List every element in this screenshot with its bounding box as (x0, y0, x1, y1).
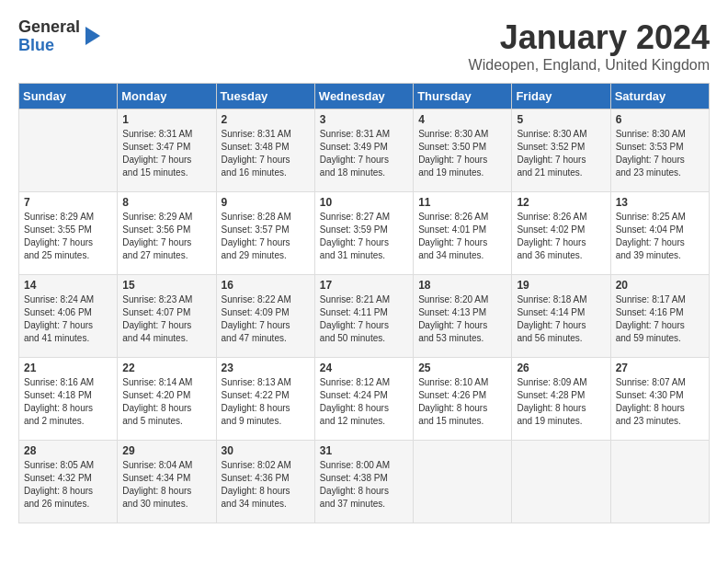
day-number: 18 (418, 279, 506, 292)
calendar-cell: 14Sunrise: 8:24 AM Sunset: 4:06 PM Dayli… (19, 275, 118, 358)
day-info: Sunrise: 8:30 AM Sunset: 3:53 PM Dayligh… (616, 128, 704, 179)
calendar-cell: 9Sunrise: 8:28 AM Sunset: 3:57 PM Daylig… (216, 192, 314, 275)
day-info: Sunrise: 8:05 AM Sunset: 4:32 PM Dayligh… (24, 459, 112, 511)
calendar-cell: 20Sunrise: 8:17 AM Sunset: 4:16 PM Dayli… (610, 275, 709, 358)
calendar-cell: 23Sunrise: 8:13 AM Sunset: 4:22 PM Dayli… (216, 358, 314, 441)
day-number: 19 (517, 279, 605, 292)
calendar-cell: 26Sunrise: 8:09 AM Sunset: 4:28 PM Dayli… (512, 358, 610, 441)
day-number: 14 (24, 279, 112, 292)
calendar-cell: 22Sunrise: 8:14 AM Sunset: 4:20 PM Dayli… (118, 358, 216, 441)
day-number: 2 (222, 113, 310, 126)
calendar-cell: 17Sunrise: 8:21 AM Sunset: 4:11 PM Dayli… (314, 275, 413, 358)
calendar-cell (610, 441, 709, 523)
calendar-cell: 13Sunrise: 8:25 AM Sunset: 4:04 PM Dayli… (610, 192, 709, 275)
day-info: Sunrise: 8:23 AM Sunset: 4:07 PM Dayligh… (122, 293, 210, 345)
calendar-body: 1Sunrise: 8:31 AM Sunset: 3:47 PM Daylig… (19, 109, 710, 523)
day-header-tuesday: Tuesday (216, 84, 314, 109)
day-number: 21 (24, 362, 112, 374)
calendar-cell: 18Sunrise: 8:20 AM Sunset: 4:13 PM Dayli… (414, 275, 512, 358)
day-number: 1 (122, 113, 210, 126)
day-number: 11 (418, 196, 506, 209)
calendar-cell: 30Sunrise: 8:02 AM Sunset: 4:36 PM Dayli… (216, 441, 314, 523)
day-number: 5 (517, 113, 605, 126)
location-text: Wideopen, England, United Kingdom (469, 57, 710, 74)
day-info: Sunrise: 8:31 AM Sunset: 3:49 PM Dayligh… (320, 128, 408, 179)
day-info: Sunrise: 8:29 AM Sunset: 3:55 PM Dayligh… (24, 211, 112, 262)
day-info: Sunrise: 8:26 AM Sunset: 4:02 PM Dayligh… (517, 211, 605, 262)
day-info: Sunrise: 8:25 AM Sunset: 4:04 PM Dayligh… (616, 211, 704, 262)
calendar-week-2: 7Sunrise: 8:29 AM Sunset: 3:55 PM Daylig… (19, 192, 710, 275)
day-number: 30 (222, 444, 310, 457)
day-info: Sunrise: 8:04 AM Sunset: 4:34 PM Dayligh… (122, 459, 210, 511)
day-header-wednesday: Wednesday (314, 84, 413, 109)
day-header-monday: Monday (118, 84, 216, 109)
day-info: Sunrise: 8:30 AM Sunset: 3:52 PM Dayligh… (517, 128, 605, 179)
calendar-cell: 21Sunrise: 8:16 AM Sunset: 4:18 PM Dayli… (19, 358, 118, 441)
day-number: 27 (616, 362, 704, 374)
day-info: Sunrise: 8:16 AM Sunset: 4:18 PM Dayligh… (24, 376, 112, 428)
day-number: 22 (122, 362, 210, 374)
calendar-cell: 29Sunrise: 8:04 AM Sunset: 4:34 PM Dayli… (118, 441, 216, 523)
calendar-cell: 8Sunrise: 8:29 AM Sunset: 3:56 PM Daylig… (118, 192, 216, 275)
calendar-week-5: 28Sunrise: 8:05 AM Sunset: 4:32 PM Dayli… (19, 441, 710, 523)
title-block: January 2024 Wideopen, England, United K… (469, 18, 710, 74)
day-number: 16 (222, 279, 310, 292)
calendar-cell: 3Sunrise: 8:31 AM Sunset: 3:49 PM Daylig… (314, 109, 413, 192)
day-number: 9 (222, 196, 310, 209)
day-number: 3 (320, 113, 408, 126)
day-number: 13 (616, 196, 704, 209)
day-number: 29 (122, 444, 210, 457)
day-info: Sunrise: 8:27 AM Sunset: 3:59 PM Dayligh… (320, 211, 408, 262)
day-info: Sunrise: 8:20 AM Sunset: 4:13 PM Dayligh… (418, 293, 506, 345)
logo-general: General (18, 17, 80, 36)
day-header-thursday: Thursday (414, 84, 512, 109)
day-header-sunday: Sunday (19, 84, 118, 109)
day-info: Sunrise: 8:22 AM Sunset: 4:09 PM Dayligh… (222, 293, 310, 345)
day-number: 7 (24, 196, 112, 209)
day-info: Sunrise: 8:02 AM Sunset: 4:36 PM Dayligh… (222, 459, 310, 511)
day-number: 26 (517, 362, 605, 374)
day-info: Sunrise: 8:13 AM Sunset: 4:22 PM Dayligh… (222, 376, 310, 428)
calendar-cell: 24Sunrise: 8:12 AM Sunset: 4:24 PM Dayli… (314, 358, 413, 441)
day-number: 8 (122, 196, 210, 209)
day-info: Sunrise: 8:09 AM Sunset: 4:28 PM Dayligh… (517, 376, 605, 428)
calendar-cell: 11Sunrise: 8:26 AM Sunset: 4:01 PM Dayli… (414, 192, 512, 275)
day-info: Sunrise: 8:21 AM Sunset: 4:11 PM Dayligh… (320, 293, 408, 345)
day-info: Sunrise: 8:00 AM Sunset: 4:38 PM Dayligh… (320, 459, 408, 511)
calendar-cell (19, 109, 118, 192)
day-info: Sunrise: 8:10 AM Sunset: 4:26 PM Dayligh… (418, 376, 506, 428)
day-number: 17 (320, 279, 408, 292)
calendar-cell: 25Sunrise: 8:10 AM Sunset: 4:26 PM Dayli… (414, 358, 512, 441)
calendar-cell: 7Sunrise: 8:29 AM Sunset: 3:55 PM Daylig… (19, 192, 118, 275)
day-info: Sunrise: 8:12 AM Sunset: 4:24 PM Dayligh… (320, 376, 408, 428)
calendar-cell: 19Sunrise: 8:18 AM Sunset: 4:14 PM Dayli… (512, 275, 610, 358)
logo: General Blue (18, 18, 100, 55)
calendar-cell (414, 441, 512, 523)
day-info: Sunrise: 8:24 AM Sunset: 4:06 PM Dayligh… (24, 293, 112, 345)
page-header: General Blue January 2024 Wideopen, Engl… (18, 18, 710, 74)
calendar-cell (512, 441, 610, 523)
calendar-cell: 1Sunrise: 8:31 AM Sunset: 3:47 PM Daylig… (118, 109, 216, 192)
day-number: 20 (616, 279, 704, 292)
day-number: 4 (418, 113, 506, 126)
calendar-header-row: SundayMondayTuesdayWednesdayThursdayFrid… (19, 84, 710, 109)
calendar-cell: 27Sunrise: 8:07 AM Sunset: 4:30 PM Dayli… (610, 358, 709, 441)
calendar-cell: 2Sunrise: 8:31 AM Sunset: 3:48 PM Daylig… (216, 109, 314, 192)
calendar-cell: 28Sunrise: 8:05 AM Sunset: 4:32 PM Dayli… (19, 441, 118, 523)
logo-blue: Blue (18, 36, 54, 54)
calendar-cell: 31Sunrise: 8:00 AM Sunset: 4:38 PM Dayli… (314, 441, 413, 523)
day-header-friday: Friday (512, 84, 610, 109)
calendar-cell: 10Sunrise: 8:27 AM Sunset: 3:59 PM Dayli… (314, 192, 413, 275)
day-number: 24 (320, 362, 408, 374)
calendar-week-4: 21Sunrise: 8:16 AM Sunset: 4:18 PM Dayli… (19, 358, 710, 441)
day-number: 12 (517, 196, 605, 209)
calendar-cell: 6Sunrise: 8:30 AM Sunset: 3:53 PM Daylig… (610, 109, 709, 192)
day-number: 28 (24, 444, 112, 457)
calendar-cell: 16Sunrise: 8:22 AM Sunset: 4:09 PM Dayli… (216, 275, 314, 358)
day-info: Sunrise: 8:28 AM Sunset: 3:57 PM Dayligh… (222, 211, 310, 262)
calendar-week-3: 14Sunrise: 8:24 AM Sunset: 4:06 PM Dayli… (19, 275, 710, 358)
day-number: 15 (122, 279, 210, 292)
day-number: 25 (418, 362, 506, 374)
day-number: 10 (320, 196, 408, 209)
day-info: Sunrise: 8:14 AM Sunset: 4:20 PM Dayligh… (122, 376, 210, 428)
